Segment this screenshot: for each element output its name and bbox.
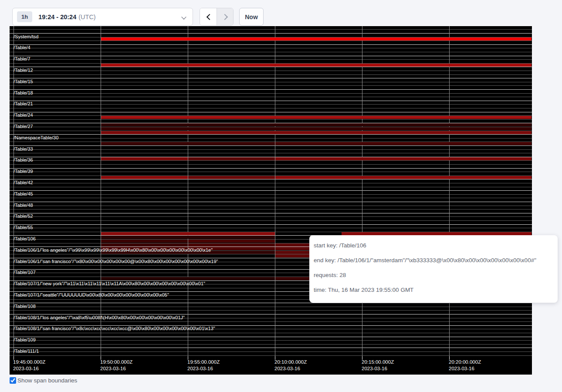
grid-line-horizontal	[10, 149, 532, 150]
axis-date-label: 2023-03-16	[274, 366, 300, 371]
prev-time-button[interactable]	[200, 8, 217, 25]
heat-band[interactable]	[101, 64, 532, 67]
heat-band[interactable]	[275, 142, 532, 145]
span-boundary-line	[10, 78, 532, 78]
grid-line-horizontal	[10, 355, 532, 356]
heat-band[interactable]	[101, 236, 275, 239]
grid-line-horizontal	[10, 41, 532, 41]
tooltip-requests: requests: 28	[314, 268, 553, 283]
key-visualizer-heatmap[interactable]: /System/tsd/Table/4/Table/7/Table/12/Tab…	[10, 26, 532, 375]
chevron-down-icon	[182, 15, 186, 19]
span-boundary-line	[10, 348, 532, 348]
heat-band[interactable]	[101, 123, 532, 126]
heatmap-row-label: /Table/42	[14, 180, 33, 185]
span-boundary-line	[10, 67, 532, 67]
heatmap-row-label: /Table/106/1/"los angeles"/"\x99\x99\x99…	[14, 248, 213, 253]
heat-band[interactable]	[101, 142, 275, 145]
next-time-button[interactable]	[217, 8, 233, 25]
span-boundary-line	[10, 190, 532, 191]
heatmap-row-label: /System/tsd	[14, 34, 38, 39]
heat-band[interactable]	[188, 240, 275, 243]
heat-band[interactable]	[188, 157, 275, 160]
heat-band[interactable]	[101, 176, 188, 179]
heatmap-row-label: /Table/45	[14, 192, 33, 196]
heatmap-row-label: /Table/18	[14, 91, 33, 95]
range-timezone: (UTC)	[78, 14, 95, 20]
heat-band[interactable]	[275, 176, 532, 179]
heatmap-row-label: /Table/15	[14, 79, 33, 84]
heatmap-row-label: /Table/7	[14, 57, 30, 61]
tooltip-start-key: start key: /Table/106	[314, 238, 553, 253]
axis-date-label: 2023-03-16	[13, 366, 39, 371]
heatmap-row-label: /Table/108	[14, 304, 36, 309]
heatmap-row-label: /Table/48	[14, 203, 33, 208]
heatmap-row-label: /Table/39	[14, 169, 33, 174]
grid-line-horizontal	[10, 119, 532, 120]
chevron-left-icon	[206, 14, 211, 19]
heatmap-row-label: /Table/27	[14, 124, 33, 129]
heatmap-row-label: /Table/55	[14, 225, 33, 230]
heat-band[interactable]	[101, 116, 532, 119]
heat-band[interactable]	[101, 243, 188, 247]
range-duration-badge: 1h	[17, 11, 32, 22]
grid-line-horizontal	[10, 183, 532, 183]
heatmap-row-label: /Table/24	[14, 113, 33, 118]
grid-line-horizontal	[10, 52, 532, 52]
grid-line-horizontal	[10, 194, 532, 195]
grid-line-horizontal	[10, 85, 532, 86]
heatmap-row-label: /NamespaceTable/30	[14, 135, 58, 140]
heat-band[interactable]	[101, 37, 532, 41]
span-boundary-line	[10, 112, 532, 112]
chevron-right-icon	[223, 14, 227, 19]
grid-line-horizontal	[10, 164, 532, 165]
heat-band[interactable]	[101, 131, 532, 134]
heat-band[interactable]	[101, 232, 275, 235]
axis-date-label: 2023-03-16	[449, 366, 474, 371]
heatmap-row-label: /Table/109	[14, 338, 36, 342]
axis-time-label: 19:45:00.000Z	[13, 359, 45, 365]
heat-band[interactable]	[101, 240, 188, 243]
show-span-boundaries-label: Show span boundaries	[17, 377, 77, 384]
tooltip-time: time: Thu, 16 Mar 2023 19:55:00 GMT	[314, 283, 553, 297]
span-boundary-line	[10, 33, 532, 34]
span-boundary-line	[10, 134, 532, 135]
grid-line-horizontal	[10, 59, 532, 60]
grid-line-horizontal	[10, 340, 532, 341]
heatmap-row-label: /Table/107	[14, 270, 36, 275]
grid-line-horizontal	[10, 321, 532, 322]
span-boundary-line	[10, 179, 532, 179]
heatmap-row-label: /Table/21	[14, 101, 33, 106]
grid-line-horizontal	[10, 344, 532, 345]
grid-line-horizontal	[10, 187, 532, 187]
axis-date-label: 2023-03-16	[100, 366, 126, 371]
grid-line-vertical	[362, 26, 362, 356]
heat-band[interactable]	[188, 243, 275, 247]
grid-line-horizontal	[10, 216, 532, 217]
heat-band[interactable]	[101, 157, 188, 160]
grid-line-vertical	[449, 26, 450, 356]
heat-band[interactable]	[101, 277, 275, 280]
span-boundary-line	[10, 202, 532, 202]
grid-line-horizontal	[10, 206, 532, 206]
grid-line-horizontal	[10, 333, 532, 333]
grid-line-vertical	[275, 26, 275, 356]
grid-line-vertical	[101, 26, 101, 356]
span-boundary-line	[10, 314, 532, 314]
grid-line-vertical	[188, 26, 188, 356]
grid-line-horizontal	[10, 108, 532, 108]
hover-tooltip: start key: /Table/106 end key: /Table/10…	[309, 235, 558, 303]
time-range-select[interactable]: 1h 19:24 - 20:24 (UTC)	[12, 8, 193, 26]
heat-band[interactable]	[188, 176, 275, 179]
grid-line-horizontal	[10, 29, 532, 30]
heat-band[interactable]	[275, 157, 532, 160]
heatmap-row-label: /Table/4	[14, 45, 30, 50]
heatmap-row-label: /Table/108/1/"san francisco"/"\x8c\xcc\x…	[14, 326, 215, 331]
heat-band[interactable]	[101, 127, 532, 130]
heat-band[interactable]	[342, 232, 532, 235]
span-boundary-line	[10, 224, 532, 225]
span-boundary-line	[10, 213, 532, 213]
show-span-boundaries-checkbox[interactable]	[10, 377, 16, 384]
grid-line-horizontal	[10, 74, 532, 75]
grid-line-horizontal	[10, 220, 532, 221]
now-button[interactable]: Now	[239, 8, 264, 26]
